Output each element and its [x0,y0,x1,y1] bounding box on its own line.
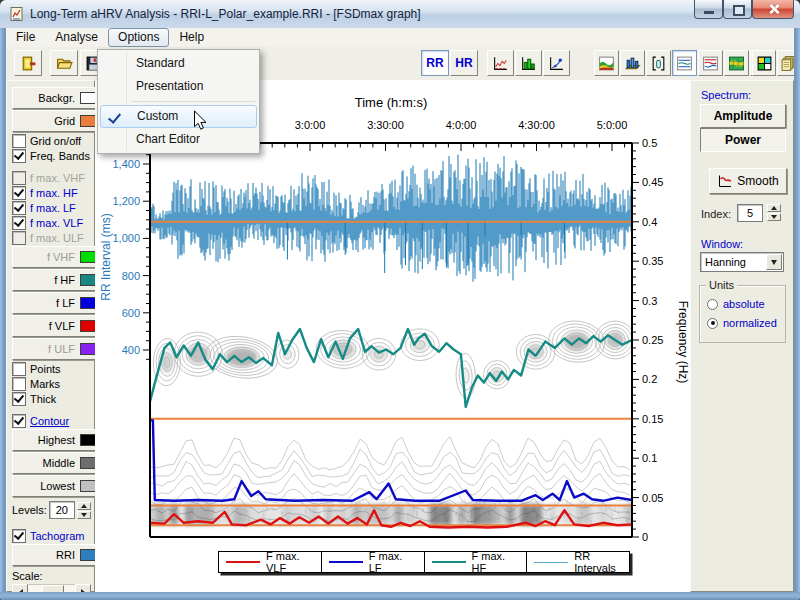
radio-absolute[interactable]: absolute [707,298,765,310]
title-bar[interactable]: Long-Term aHRV Analysis - RRI-L_Polar_ex… [0,0,800,29]
grid-on-off-checkbox[interactable]: Grid on/off [12,133,92,148]
f-vlf-color-button[interactable]: f VLF [12,315,102,337]
map-chart-button[interactable] [724,50,749,76]
spin-down-icon[interactable] [767,213,781,221]
menu-item-standard[interactable]: Standard [100,52,257,75]
radio-absolute-icon[interactable] [707,299,718,310]
legend-line-sample [329,561,363,563]
menubar-item-file[interactable]: File [6,28,45,47]
grid-color-button[interactable]: Grid [12,110,102,132]
minimize-icon [704,11,714,14]
checkbox-icon[interactable] [12,186,26,200]
menu-item-custom[interactable]: Custom [100,105,257,128]
checkbox-icon[interactable] [12,201,26,215]
checkbox-label: Grid on/off [30,135,81,147]
quadrant-view-button[interactable] [752,50,776,76]
checkbox-icon[interactable] [12,362,26,376]
spin-up-icon[interactable] [767,204,781,212]
lowest-color-button[interactable]: Lowest [12,475,102,497]
chart-3d-bars-icon [624,55,641,72]
open-button[interactable] [50,50,78,76]
chart-bars-green-icon [520,55,537,72]
f-max-ulf-checkbox[interactable]: f max. ULF [12,230,92,245]
close-button[interactable] [752,0,794,19]
spin-up-icon[interactable] [77,502,91,510]
window-function-select[interactable]: Hanning [700,252,784,272]
checkbox-icon[interactable] [12,171,26,185]
checkbox-icon[interactable] [12,149,26,163]
exit-button[interactable] [14,50,42,76]
dropdown-arrow-icon[interactable] [766,254,782,270]
bands-chart-button[interactable] [672,50,697,76]
middle-color-button[interactable]: Middle [12,452,102,474]
minimize-button[interactable] [694,0,723,19]
f-max-vhf-checkbox[interactable]: f max. VHF [12,170,92,185]
freq-bands-checkbox[interactable]: Freq. Bands [12,148,92,163]
line-chart-button[interactable] [487,50,514,76]
checkbox-icon[interactable] [12,134,26,148]
checkbox-label: f max. VLF [30,217,83,229]
rr-view-button[interactable]: RR [421,50,449,76]
tachogram-checkbox[interactable]: Tachogram [12,528,92,543]
menu-item-presentation[interactable]: Presentation [100,75,257,98]
marks-checkbox[interactable]: Marks [12,376,92,391]
checkbox-icon[interactable] [12,231,26,245]
scatter-chart-button[interactable] [543,50,570,76]
backgr-color-button[interactable]: Backgr. [12,87,102,109]
levels-value[interactable]: 20 [49,501,75,519]
radio-normalized-icon[interactable] [707,318,718,329]
f-ulf-color-button[interactable]: f ULF [12,338,102,360]
f-max-vlf-checkbox[interactable]: f max. VLF [12,215,92,230]
checkbox-icon[interactable] [12,529,26,543]
window-border-left [0,28,6,600]
maximize-button[interactable] [723,0,752,19]
f-hf-color-button[interactable]: f HF [12,269,102,291]
menubar-item-help[interactable]: Help [169,28,214,47]
menubar-item-analyse[interactable]: Analyse [45,28,108,47]
points-checkbox[interactable]: Points [12,361,92,376]
f-lf-color-button[interactable]: f LF [12,292,102,314]
smooth-button[interactable]: Smooth [709,168,787,194]
checkbox-icon[interactable] [12,377,26,391]
interval-chart-button[interactable] [646,50,671,76]
bottom-contour-line [150,437,630,470]
bar3d-chart-button[interactable] [620,50,645,76]
spin-down-icon[interactable] [77,511,91,519]
contour-checkbox[interactable]: Contour [12,413,92,428]
left-tick-label: 800 [122,270,140,282]
legend-label: F max. HF [472,550,520,574]
bands-red-chart-button[interactable] [698,50,723,76]
highest-color-button[interactable]: Highest [12,429,102,451]
radio-absolute-label: absolute [723,298,765,310]
checkbox-icon[interactable] [12,414,26,428]
menubar-item-options[interactable]: Options [108,28,169,47]
button-label: f HF [54,274,75,286]
window-border-bottom [0,592,800,600]
menu-item-label: Presentation [136,79,203,93]
power-button[interactable]: Power [700,128,786,152]
thick-checkbox[interactable]: Thick [12,391,92,406]
index-value[interactable]: 5 [737,204,763,222]
spacer [11,406,92,413]
x-tick-label: 3:0:00 [295,119,326,131]
checkbox-label: Tachogram [30,530,84,542]
menu-item-chart-editor[interactable]: Chart Editor [100,128,257,151]
f-vhf-color-button[interactable]: f VHF [12,246,102,268]
checkbox-icon[interactable] [12,216,26,230]
x-tick-label: 5:0:00 [597,119,628,131]
left-tick-label: 1,200 [112,195,140,207]
area-chart-button[interactable] [594,50,619,76]
f-max-hf-series [150,329,632,407]
f-max-hf-checkbox[interactable]: f max. HF [12,185,92,200]
radio-normalized-label: normalized [723,317,777,329]
rri-color-button[interactable]: RRI [12,544,102,566]
f-max-lf-checkbox[interactable]: f max. LF [12,200,92,215]
index-label: Index: [701,208,731,220]
radio-normalized[interactable]: normalized [707,317,777,329]
checkbox-icon[interactable] [12,392,26,406]
button-label: Grid [54,115,75,127]
levels-label: Levels: [12,504,47,516]
bar-chart-button[interactable] [515,50,542,76]
amplitude-button[interactable]: Amplitude [700,104,786,128]
hr-view-button[interactable]: HR [450,50,478,76]
